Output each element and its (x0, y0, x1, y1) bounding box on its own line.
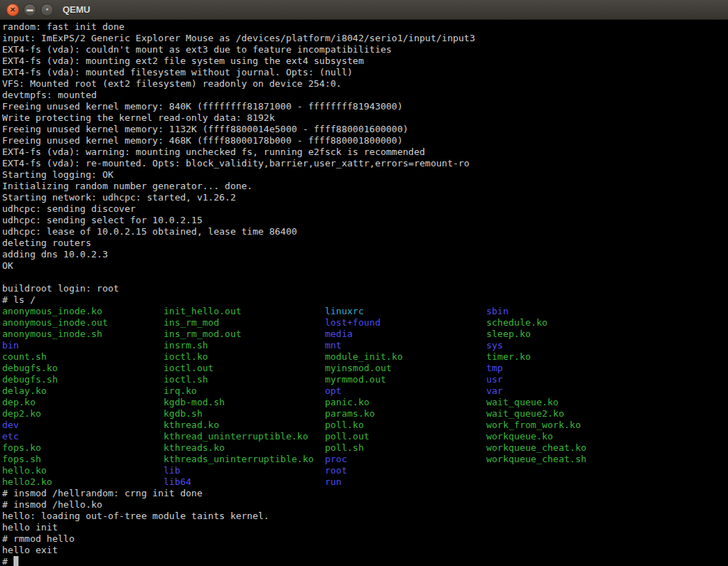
terminal-line: bin insrm.sh mnt sys (2, 340, 728, 351)
terminal-line: udhcpc: lease of 10.0.2.15 obtained, lea… (2, 226, 728, 237)
terminal-line: EXT4-fs (vda): mounting ext2 file system… (2, 55, 728, 67)
terminal-line: hello: loading out-of-tree module taints… (2, 511, 728, 522)
terminal-line: random: fast init done (2, 21, 728, 33)
terminal-line: Initializing random number generator... … (2, 181, 728, 192)
terminal-line: debugfs.ko ioctl.out myinsmod.out tmp (2, 363, 728, 374)
terminal-line: hello init (2, 522, 728, 533)
terminal-line: hello exit (2, 545, 728, 556)
close-button[interactable]: ✕ (6, 4, 19, 16)
terminal-line: # ls / (2, 294, 728, 306)
terminal-line: # (2, 556, 728, 566)
window-title: QEMU (63, 4, 90, 15)
terminal-line: debugfs.sh ioctl.sh myrmmod.out usr (2, 374, 728, 385)
terminal-line: devtmpfs: mounted (2, 90, 728, 101)
terminal-line: # rmmod hello (2, 533, 728, 545)
terminal-line: Starting network: udhcpc: started, v1.26… (2, 192, 728, 203)
terminal-line: EXT4-fs (vda): re-mounted. Opts: block_v… (2, 158, 728, 169)
terminal-line: anonymous_inode.sh ins_rm_mod.out media … (2, 329, 728, 340)
close-icon: ✕ (10, 6, 16, 14)
terminal-line: buildroot login: root (2, 283, 728, 294)
terminal-line: Freeing unused kernel memory: 468K (ffff… (2, 135, 728, 146)
terminal-line: fops.ko kthreads.ko poll.sh workqueue_ch… (2, 442, 728, 454)
terminal-line: dev kthread.ko poll.ko work_from_work.ko (2, 420, 728, 431)
terminal-line: Freeing unused kernel memory: 840K (ffff… (2, 101, 728, 112)
terminal-line: fops.sh kthreads_uninterruptible.ko proc… (2, 454, 728, 465)
title-bar[interactable]: ✕ ▬ ▪ QEMU (0, 0, 728, 20)
terminal-line: # insmod /hello.ko (2, 499, 728, 511)
terminal-line: hello.ko lib root (2, 465, 728, 476)
terminal-line: Starting logging: OK (2, 169, 728, 181)
terminal-line: etc kthread_uninterruptible.ko poll.out … (2, 431, 728, 442)
window-controls: ✕ ▬ ▪ (0, 4, 53, 16)
terminal-line: Write protecting the kernel read-only da… (2, 112, 728, 124)
terminal-line: delay.ko irq.ko opt var (2, 385, 728, 397)
terminal-line (2, 272, 728, 283)
minimize-button[interactable]: ▬ (23, 4, 36, 16)
terminal-line: input: ImExPS/2 Generic Explorer Mouse a… (2, 33, 728, 44)
terminal-line: # insmod /hellrandom: crng init done (2, 488, 728, 499)
terminal-line: adding dns 10.0.2.3 (2, 249, 728, 260)
terminal-line: EXT4-fs (vda): couldn't mount as ext3 du… (2, 44, 728, 55)
terminal-line: VFS: Mounted root (ext2 filesystem) read… (2, 78, 728, 90)
terminal-line: EXT4-fs (vda): warning: mounting uncheck… (2, 146, 728, 158)
qemu-window: ✕ ▬ ▪ QEMU random: fast init doneinput: … (0, 0, 728, 566)
minimize-icon: ▬ (27, 6, 33, 13)
terminal-line: anonymous_inode.ko init_hello.out linuxr… (2, 306, 728, 317)
terminal-line: EXT4-fs (vda): mounted filesystem withou… (2, 67, 728, 78)
terminal-output[interactable]: random: fast init doneinput: ImExPS/2 Ge… (0, 20, 728, 566)
terminal-line: hello2.ko lib64 run (2, 476, 728, 488)
terminal-line: OK (2, 260, 728, 272)
maximize-button[interactable]: ▪ (41, 4, 53, 16)
maximize-icon: ▪ (46, 6, 48, 13)
terminal-line: deleting routers (2, 237, 728, 249)
terminal-line: count.sh ioctl.ko module_init.ko timer.k… (2, 351, 728, 363)
terminal-line: dep2.ko kgdb.sh params.ko wait_queue2.ko (2, 408, 728, 420)
terminal-line: udhcpc: sending discover (2, 203, 728, 215)
terminal-line: Freeing unused kernel memory: 1132K (fff… (2, 124, 728, 135)
terminal-line: anonymous_inode.out ins_rm_mod lost+foun… (2, 317, 728, 329)
terminal-cursor (14, 556, 19, 566)
terminal-line: dep.ko kgdb-mod.sh panic.ko wait_queue.k… (2, 397, 728, 408)
terminal-line: udhcpc: sending select for 10.0.2.15 (2, 215, 728, 226)
